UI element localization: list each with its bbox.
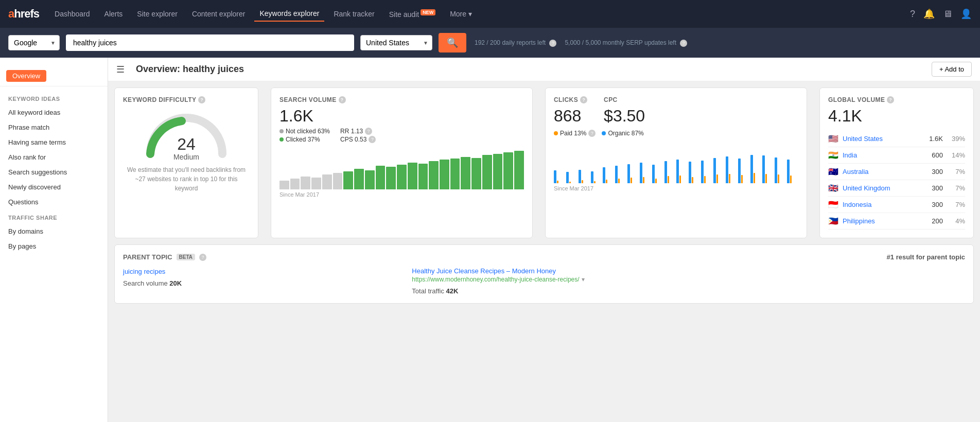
kd-info-icon[interactable]: ? — [198, 96, 205, 103]
gv-pct: 39% — [947, 135, 965, 143]
juicing-recipes-link[interactable]: juicing recipes — [123, 268, 165, 275]
result-title-link[interactable]: Healthy Juice Cleanse Recipes – Modern H… — [412, 267, 965, 275]
nav-dashboard[interactable]: Dashboard — [49, 7, 95, 21]
engine-select-wrapper[interactable]: Google — [8, 35, 60, 50]
sidebar-having-same-terms[interactable]: Having same terms — [0, 135, 108, 150]
gv-count: 600 — [922, 151, 943, 159]
sidebar-phrase-match[interactable]: Phrase match — [0, 120, 108, 135]
nav-alerts[interactable]: Alerts — [99, 7, 128, 21]
gv-row: 🇦🇺 Australia 300 7% — [828, 164, 965, 180]
clicks-blue-bar — [726, 156, 728, 183]
nav-content-explorer[interactable]: Content explorer — [187, 7, 251, 21]
clicks-blue-bar — [603, 167, 605, 183]
clicks-bar-group — [676, 160, 688, 183]
sv-value: 1.6K — [279, 107, 524, 126]
rr-stat: RR 1.13 ? — [340, 128, 376, 135]
sidebar-also-rank-for[interactable]: Also rank for — [0, 150, 108, 165]
sidebar-newly-discovered[interactable]: Newly discovered — [0, 180, 108, 195]
engine-select[interactable]: Google — [8, 35, 60, 50]
clicks-amber-bar — [557, 181, 558, 183]
nav-more[interactable]: More ▾ — [445, 7, 477, 21]
gv-count: 300 — [922, 184, 943, 192]
paid-info-icon[interactable]: ? — [588, 130, 596, 137]
clicks-amber-bar — [716, 174, 718, 183]
sidebar-search-suggestions[interactable]: Search suggestions — [0, 165, 108, 180]
clicks-blue-bar — [713, 158, 716, 183]
monthly-serp-info-icon[interactable]: ? — [680, 40, 687, 47]
clicks-blue-bar — [787, 160, 790, 183]
help-icon[interactable]: ? — [910, 9, 915, 20]
gv-country-link[interactable]: Indonesia — [843, 201, 918, 208]
page-title: Overview: healthy juices — [136, 64, 244, 75]
sv-bar — [376, 166, 386, 189]
nav-site-audit[interactable]: Site auditNEW — [384, 7, 441, 22]
sidebar-by-pages[interactable]: By pages — [0, 239, 108, 254]
overview-tab-button[interactable]: Overview — [6, 70, 46, 82]
cps-info-icon[interactable]: ? — [369, 136, 376, 143]
clicks-amber-bar — [631, 178, 632, 183]
sv-bar — [440, 160, 449, 189]
gauge-svg: 24 — [140, 108, 233, 159]
sv-bar — [418, 164, 428, 189]
country-select-wrapper[interactable]: United States — [360, 35, 432, 50]
kd-card-title: Keyword difficulty ? — [123, 96, 250, 103]
monitor-icon[interactable]: 🖥 — [943, 9, 952, 20]
clicks-bar-group — [652, 165, 663, 183]
sv-bar — [333, 173, 343, 189]
country-select[interactable]: United States — [360, 35, 432, 50]
clicks-amber-bar — [606, 180, 607, 183]
clicks-blue-bar — [579, 170, 581, 183]
result-url: https://www.modernhoney.com/healthy-juic… — [412, 276, 965, 283]
gv-count: 300 — [922, 168, 943, 175]
gv-country-link[interactable]: United Kingdom — [843, 184, 918, 192]
nav-right-icons: ? 🔔 🖥 👤 — [910, 8, 972, 20]
clicks-bar-group — [750, 155, 762, 183]
gv-pct: 4% — [947, 217, 965, 225]
cpc-value: $3.50 — [604, 107, 645, 126]
add-to-button[interactable]: + Add to — [932, 62, 972, 77]
gv-country-link[interactable]: Australia — [843, 168, 918, 175]
gv-flag: 🇬🇧 — [828, 183, 838, 193]
clicks-amber-bar — [778, 174, 779, 183]
clicks-bar-group — [566, 172, 577, 183]
bell-icon[interactable]: 🔔 — [923, 8, 935, 20]
gv-info-icon[interactable]: ? — [887, 96, 894, 103]
gv-country-link[interactable]: India — [843, 151, 918, 159]
clicks-amber-bar — [692, 177, 693, 183]
gv-country-link[interactable]: Philippines — [843, 217, 918, 225]
sv-bar — [397, 165, 407, 189]
nav-rank-tracker[interactable]: Rank tracker — [328, 7, 379, 21]
gv-card-title: Global volume ? — [828, 96, 965, 103]
clicks-amber-bar — [754, 173, 755, 183]
clicks-card-title: Clicks ? — [554, 96, 587, 103]
clicks-blue-bar — [762, 155, 765, 183]
below-nav: Overview KEYWORD IDEAS All keyword ideas… — [0, 58, 980, 422]
clicks-amber-bar — [643, 177, 644, 183]
sidebar-by-domains[interactable]: By domains — [0, 224, 108, 239]
sv-bar — [386, 167, 396, 189]
parent-topic-header: Parent topic BETA ? #1 result for parent… — [123, 253, 965, 261]
sv-bar — [322, 174, 332, 189]
sv-info-icon[interactable]: ? — [339, 96, 346, 103]
parent-topic-info-icon[interactable]: ? — [199, 254, 206, 261]
sidebar-questions[interactable]: Questions — [0, 195, 108, 209]
result-for-parent-topic-label: #1 result for parent topic — [887, 253, 965, 261]
user-icon[interactable]: 👤 — [960, 8, 972, 20]
clicks-blue-bar — [591, 171, 593, 183]
daily-reports-info: 192 / 200 daily reports left ? — [472, 39, 556, 47]
sidebar-all-keyword-ideas[interactable]: All keyword ideas — [0, 105, 108, 120]
nav-site-explorer[interactable]: Site explorer — [132, 7, 183, 21]
sv-card-title: Search volume ? — [279, 96, 524, 103]
keyword-input[interactable] — [66, 34, 354, 51]
rr-info-icon[interactable]: ? — [365, 128, 372, 135]
clicks-info-icon[interactable]: ? — [580, 96, 587, 103]
clicks-blue-bar — [554, 170, 556, 183]
gauge-label: Medium — [173, 153, 199, 161]
hamburger-icon[interactable]: ☰ — [116, 64, 125, 75]
daily-reports-info-icon[interactable]: ? — [549, 40, 556, 47]
gv-country-link[interactable]: United States — [843, 135, 918, 143]
clicks-amber-bar — [618, 179, 620, 183]
nav-keywords-explorer[interactable]: Keywords explorer — [254, 6, 324, 22]
clicks-amber-bar — [582, 180, 583, 183]
search-button[interactable]: 🔍 — [439, 33, 466, 52]
